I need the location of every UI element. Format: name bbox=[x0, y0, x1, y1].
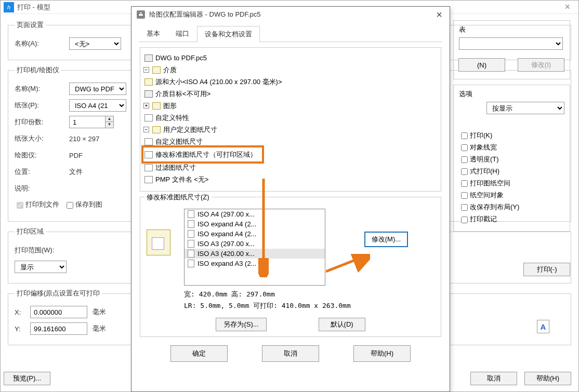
list-item-label: ISO expand A4 (2... bbox=[198, 220, 256, 228]
doc-icon bbox=[188, 260, 194, 267]
page-icon bbox=[144, 78, 153, 86]
tree-root[interactable]: DWG to PDF.pc5 bbox=[155, 52, 207, 64]
doc-icon bbox=[144, 114, 153, 121]
preview-button[interactable]: 预览(P)... bbox=[4, 372, 50, 385]
save-as-button[interactable]: 另存为(S)... bbox=[216, 318, 266, 331]
y-label: Y: bbox=[15, 325, 25, 333]
modal-close-icon[interactable]: × bbox=[434, 9, 444, 21]
paper-size-label: 纸张大小: bbox=[15, 134, 64, 143]
options-label: 选项 bbox=[459, 89, 564, 99]
tree-pmp-file[interactable]: PMP 文件名 <无> bbox=[155, 173, 208, 185]
a-icon[interactable]: A bbox=[537, 320, 549, 333]
x-label: X: bbox=[15, 308, 25, 316]
printer-legend: 打印机/绘图仪 bbox=[15, 65, 61, 75]
area-legend: 打印区域 bbox=[15, 227, 46, 236]
location-value: 文件 bbox=[69, 167, 83, 177]
modify-m-button[interactable]: 修改(M)... bbox=[364, 232, 408, 247]
copies-spinner[interactable]: ▲▼ bbox=[69, 116, 114, 128]
offset-legend: 打印偏移(原点设置在可打印 bbox=[15, 289, 102, 298]
plotter-config-dialog: 绘图仪配置编辑器 - DWG to PDF.pc5 × 基本 端口 设备和文档设… bbox=[131, 6, 450, 392]
modal-titlebar: 绘图仪配置编辑器 - DWG to PDF.pc5 × bbox=[131, 7, 450, 22]
ok-button[interactable]: 确定 bbox=[170, 345, 228, 362]
list-item-label: ISO A4 (297.00 x... bbox=[198, 210, 255, 218]
list-item[interactable]: ISO expand A3 (2... bbox=[185, 259, 325, 268]
check-paperspace[interactable]: 打印图纸空间 bbox=[459, 179, 510, 187]
tree-media-target[interactable]: 介质目标<不可用> bbox=[155, 88, 210, 100]
check-stamp[interactable]: 打印戳记 bbox=[459, 215, 497, 223]
doc-icon bbox=[188, 220, 194, 228]
tree-user-paper[interactable]: 用户定义图纸尺寸 bbox=[163, 124, 217, 136]
tree-source-size[interactable]: 源和大小<ISO A4 (210.00 x 297.00 毫米)> bbox=[155, 76, 282, 88]
doc-icon bbox=[188, 250, 194, 258]
tree-custom-props[interactable]: 自定义特性 bbox=[155, 112, 189, 124]
check-lineweight[interactable]: 对象线宽 bbox=[459, 143, 497, 151]
list-item-label: ISO A3 (420.00 x... bbox=[198, 250, 255, 258]
paper-select[interactable]: ISO A4 (21 bbox=[69, 99, 126, 112]
doc-icon bbox=[188, 210, 194, 218]
tab-device[interactable]: 设备和文档设置 bbox=[197, 26, 260, 42]
doc-icon bbox=[144, 151, 153, 158]
modal-title: 绘图仪配置编辑器 - DWG to PDF.pc5 bbox=[149, 10, 261, 19]
bg-help-button[interactable]: 帮助(H) bbox=[524, 372, 571, 385]
paper-size-list[interactable]: ISO A4 (297.00 x...ISO expand A4 (2...IS… bbox=[184, 209, 325, 286]
doc-icon bbox=[188, 240, 194, 248]
table-select[interactable] bbox=[459, 37, 563, 50]
check-style-print[interactable]: 式打印(H) bbox=[459, 167, 499, 175]
print-to-file-checkbox[interactable]: 打印到文件 bbox=[15, 200, 59, 210]
target-icon bbox=[144, 90, 153, 98]
tree-graphics[interactable]: 图形 bbox=[163, 100, 177, 112]
tab-port[interactable]: 端口 bbox=[168, 25, 197, 42]
y-unit: 毫米 bbox=[93, 324, 106, 333]
save-to-image-checkbox[interactable]: 保存到图 bbox=[64, 200, 102, 210]
check-paperspace-obj[interactable]: 纸空间对象 bbox=[459, 191, 504, 199]
check-print-k[interactable]: 打印(K) bbox=[459, 131, 492, 139]
tree-modify-std-highlighted[interactable]: 修改标准图纸尺寸（可打印区域） bbox=[141, 145, 264, 164]
paper-preview-icon bbox=[147, 229, 170, 255]
list-item[interactable]: ISO A4 (297.00 x... bbox=[185, 209, 325, 219]
default-button[interactable]: 默认(D) bbox=[319, 318, 365, 331]
folder-icon bbox=[152, 126, 161, 133]
collapse-icon[interactable]: − bbox=[143, 127, 149, 132]
tree-filter-paper[interactable]: 过滤图纸尺寸 bbox=[155, 161, 196, 173]
expand-icon[interactable]: + bbox=[143, 103, 149, 109]
folder-icon bbox=[152, 102, 161, 110]
tree-media[interactable]: 介质 bbox=[163, 64, 177, 76]
check-save-layout[interactable]: 改保存到布局(Y) bbox=[459, 203, 519, 211]
list-item-label: ISO A3 (297.00 x... bbox=[198, 240, 255, 248]
modify-std-section: 修改标准图纸尺寸(Z) ISO A4 (297.00 x...ISO expan… bbox=[140, 197, 441, 337]
list-item-label: ISO expand A3 (2... bbox=[198, 260, 256, 267]
close-icon[interactable]: × bbox=[559, 2, 575, 12]
page-name-select[interactable]: <无> bbox=[69, 37, 121, 50]
tab-basic[interactable]: 基本 bbox=[139, 25, 168, 42]
name-label: 名称(A): bbox=[15, 39, 64, 48]
bg-cancel-button[interactable]: 取消 bbox=[470, 372, 517, 385]
list-item[interactable]: ISO A3 (420.00 x... bbox=[185, 249, 325, 259]
y-input[interactable] bbox=[30, 322, 87, 335]
copies-label: 打印份数: bbox=[15, 117, 64, 127]
check-transparency[interactable]: 透明度(T) bbox=[459, 155, 499, 163]
printer-name-select[interactable]: DWG to PDF bbox=[69, 83, 126, 95]
n-button[interactable]: (N) bbox=[458, 58, 505, 72]
shade-select[interactable]: 按显示 bbox=[486, 102, 564, 114]
apply-print-button[interactable]: 打印(-) bbox=[523, 263, 570, 276]
modal-cancel-button[interactable]: 取消 bbox=[262, 345, 319, 362]
paper-size-value: 210 × 297 bbox=[69, 135, 99, 143]
doc-icon bbox=[144, 164, 153, 171]
modify-i-button: 修改(I) bbox=[518, 58, 564, 72]
config-tree[interactable]: DWG to PDF.pc5 −介质 源和大小<ISO A4 (210.00 x… bbox=[140, 47, 441, 192]
list-item[interactable]: ISO expand A4 (2... bbox=[185, 219, 325, 229]
svg-rect-1 bbox=[139, 12, 142, 14]
paper-label: 纸张(P): bbox=[15, 101, 64, 110]
list-item[interactable]: ISO expand A4 (2... bbox=[185, 229, 325, 239]
location-label: 位置: bbox=[15, 167, 64, 177]
modal-help-button[interactable]: 帮助(H) bbox=[353, 345, 411, 362]
range-select[interactable]: 显示 bbox=[15, 261, 67, 273]
window-title: 打印 - 模型 bbox=[17, 3, 50, 12]
table-label: 表 bbox=[459, 25, 564, 34]
desc-label: 说明: bbox=[15, 184, 64, 193]
x-input[interactable] bbox=[30, 306, 87, 318]
collapse-icon[interactable]: − bbox=[143, 67, 149, 73]
list-item[interactable]: ISO A3 (297.00 x... bbox=[185, 239, 325, 249]
page-setup-legend: 页面设置 bbox=[15, 20, 46, 30]
modal-button-row: 确定 取消 帮助(H) bbox=[140, 345, 441, 362]
